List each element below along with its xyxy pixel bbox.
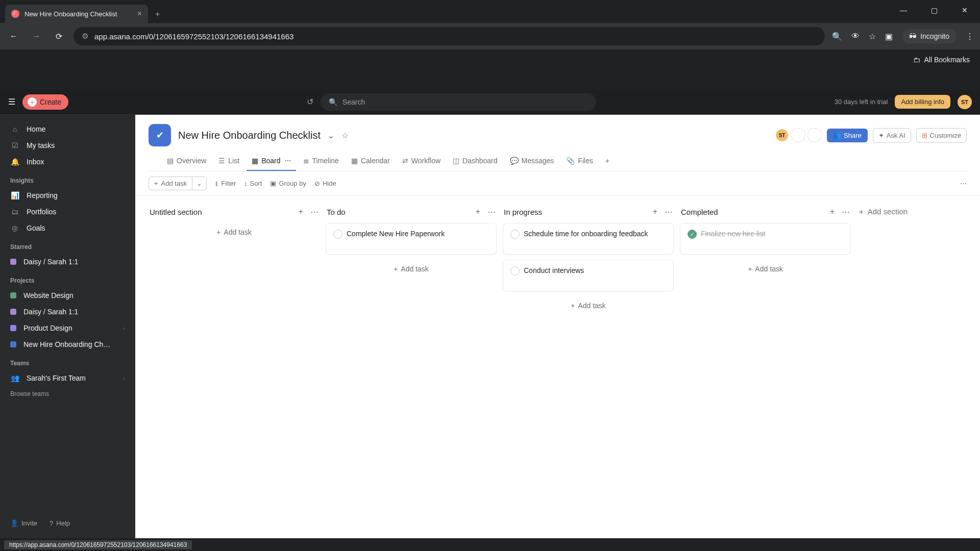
sidebar-item-mytasks[interactable]: ☑ My tasks bbox=[0, 137, 135, 154]
sidebar-team-item[interactable]: 👥Sarah's First Team› bbox=[0, 370, 135, 386]
project-dot-icon bbox=[10, 309, 16, 315]
column-title[interactable]: In progress bbox=[504, 208, 542, 216]
tab-dashboard[interactable]: ◫Dashboard bbox=[448, 153, 503, 171]
site-settings-icon[interactable]: ⚙ bbox=[82, 32, 88, 41]
url-text: app.asana.com/0/1206165972552103/1206166… bbox=[94, 32, 293, 41]
browser-tab[interactable]: New Hire Onboarding Checklist × bbox=[5, 5, 148, 23]
history-icon[interactable]: ↺ bbox=[307, 97, 313, 107]
url-input[interactable]: ⚙ app.asana.com/0/1206165972552103/12061… bbox=[74, 27, 825, 45]
task-card[interactable]: ✓Finalize new hire list bbox=[680, 223, 851, 255]
task-card[interactable]: Schedule time for onboarding feedback bbox=[503, 223, 674, 255]
sidebar-project-item[interactable]: Product Design› bbox=[0, 320, 135, 336]
project-label: Website Design bbox=[23, 291, 74, 299]
add-task-button[interactable]: + Add task ⌄ bbox=[149, 177, 207, 190]
search-icon: 🔍 bbox=[329, 98, 337, 106]
close-tab-icon[interactable]: × bbox=[137, 9, 142, 18]
help-button[interactable]: ? Help bbox=[50, 519, 70, 527]
project-title[interactable]: New Hire Onboarding Checklist bbox=[178, 130, 321, 141]
column-add-icon[interactable]: + bbox=[299, 207, 303, 217]
check-circle-icon[interactable] bbox=[333, 230, 342, 239]
forward-button[interactable]: → bbox=[29, 29, 44, 44]
sidebar-starred-item[interactable]: Daisy / Sarah 1:1 bbox=[0, 254, 135, 270]
eye-off-icon[interactable]: 👁 bbox=[851, 32, 860, 41]
browse-teams[interactable]: Browse teams bbox=[0, 386, 135, 402]
panel-icon[interactable]: ▣ bbox=[885, 32, 893, 41]
share-button[interactable]: 👥 Share bbox=[827, 129, 868, 142]
add-task-main[interactable]: + Add task bbox=[149, 177, 192, 190]
search-input[interactable]: 🔍 Search bbox=[321, 93, 596, 111]
back-button[interactable]: ← bbox=[6, 29, 21, 44]
column-add-task[interactable]: +Add task bbox=[326, 260, 497, 278]
hamburger-icon[interactable]: ☰ bbox=[8, 97, 15, 107]
tab-more-icon[interactable]: ⋯ bbox=[285, 157, 291, 164]
groupby-button[interactable]: ▣Group by bbox=[270, 180, 306, 187]
column-add-icon[interactable]: + bbox=[476, 207, 480, 217]
member-avatar[interactable]: ST bbox=[775, 128, 789, 142]
task-card[interactable]: Conduct interviews bbox=[503, 260, 674, 291]
check-circle-icon[interactable]: ✓ bbox=[688, 230, 697, 239]
column-title[interactable]: Untitled section bbox=[150, 208, 202, 216]
sort-button[interactable]: ↕Sort bbox=[244, 180, 262, 187]
hide-button[interactable]: ⊘Hide bbox=[314, 180, 336, 187]
sidebar-item-reporting[interactable]: 📊 Reporting bbox=[0, 187, 135, 204]
tab-overview[interactable]: ▤Overview bbox=[162, 153, 211, 171]
project-icon[interactable]: ✔ bbox=[149, 124, 171, 146]
customize-button[interactable]: ⊞ Customize bbox=[916, 128, 967, 143]
sidebar-item-home[interactable]: ⌂ Home bbox=[0, 121, 135, 137]
search-icon[interactable]: 🔍 bbox=[832, 32, 842, 41]
add-member-icon[interactable] bbox=[807, 128, 822, 142]
column-more-icon[interactable]: ⋯ bbox=[487, 207, 496, 217]
reload-button[interactable]: ⟳ bbox=[51, 29, 66, 44]
column-add-task[interactable]: +Add task bbox=[503, 296, 674, 315]
check-circle-icon[interactable] bbox=[510, 266, 520, 276]
sort-icon: ↕ bbox=[244, 180, 248, 187]
tab-board[interactable]: ▦Board⋯ bbox=[247, 153, 296, 171]
column-add-icon[interactable]: + bbox=[653, 207, 657, 217]
column-title[interactable]: To do bbox=[327, 208, 346, 216]
maximize-icon[interactable]: ▢ bbox=[919, 0, 949, 20]
add-tab-button[interactable]: + bbox=[600, 153, 615, 171]
column-more-icon[interactable]: ⋯ bbox=[842, 207, 850, 217]
invite-button[interactable]: 👤 Invite bbox=[10, 519, 37, 527]
sidebar-project-item[interactable]: Daisy / Sarah 1:1 bbox=[0, 304, 135, 320]
column-more-icon[interactable]: ⋯ bbox=[310, 207, 318, 217]
close-window-icon[interactable]: ✕ bbox=[949, 0, 980, 20]
toolbar-more-icon[interactable]: ⋯ bbox=[960, 180, 967, 187]
new-tab-button[interactable]: + bbox=[150, 6, 165, 23]
tab-workflow[interactable]: ⇄Workflow bbox=[397, 153, 446, 171]
tab-timeline[interactable]: ≣Timeline bbox=[298, 153, 344, 171]
add-section-button[interactable]: +Add section bbox=[857, 205, 910, 529]
column-add-icon[interactable]: + bbox=[830, 207, 835, 217]
tab-list[interactable]: ☰List bbox=[213, 153, 244, 171]
create-button[interactable]: + Create bbox=[22, 94, 68, 110]
star-icon[interactable]: ☆ bbox=[341, 131, 349, 140]
all-bookmarks-button[interactable]: 🗀 All Bookmarks bbox=[913, 56, 970, 64]
column-add-task[interactable]: +Add task bbox=[149, 223, 320, 241]
column-more-icon[interactable]: ⋯ bbox=[665, 207, 673, 217]
filter-button[interactable]: ⫿Filter bbox=[215, 180, 236, 187]
tab-messages[interactable]: 💬Messages bbox=[505, 153, 559, 171]
incognito-badge[interactable]: 🕶 Incognito bbox=[902, 29, 957, 43]
task-card[interactable]: Complete New Hire Paperwork bbox=[326, 223, 497, 255]
sidebar-item-portfolios[interactable]: 🗂 Portfolios bbox=[0, 204, 135, 220]
minimize-icon[interactable]: — bbox=[888, 0, 919, 20]
bookmark-star-icon[interactable]: ☆ bbox=[869, 32, 876, 41]
user-avatar[interactable]: ST bbox=[958, 95, 972, 109]
tab-calendar[interactable]: ▦Calendar bbox=[346, 153, 395, 171]
sidebar-project-item[interactable]: Website Design bbox=[0, 287, 135, 304]
add-member-icon[interactable] bbox=[791, 128, 805, 142]
column-title[interactable]: Completed bbox=[681, 208, 718, 216]
check-circle-icon[interactable] bbox=[510, 230, 520, 239]
column-add-task[interactable]: +Add task bbox=[680, 260, 851, 278]
project-label: Product Design bbox=[23, 324, 72, 332]
chrome-menu-icon[interactable]: ⋮ bbox=[966, 32, 974, 41]
add-task-dropdown[interactable]: ⌄ bbox=[192, 177, 206, 190]
sidebar-item-goals[interactable]: ◎ Goals bbox=[0, 220, 135, 236]
sidebar-item-inbox[interactable]: 🔔 Inbox bbox=[0, 154, 135, 170]
sidebar-project-item[interactable]: New Hire Onboarding Ch… bbox=[0, 336, 135, 353]
chevron-down-icon[interactable]: ⌄ bbox=[328, 131, 334, 140]
add-billing-button[interactable]: Add billing info bbox=[895, 95, 950, 109]
task-title: Schedule time for onboarding feedback bbox=[524, 230, 648, 239]
tab-files[interactable]: 📎Files bbox=[561, 153, 598, 171]
ask-ai-button[interactable]: ✦ Ask AI bbox=[873, 128, 911, 143]
